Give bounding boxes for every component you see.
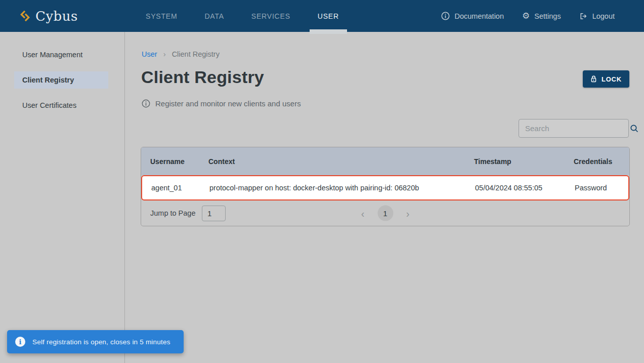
client-registry-table: Username Context Timestamp Credentials a… [141,147,630,226]
search-input[interactable] [519,124,630,133]
gear-icon: ⚙ [522,12,530,20]
page-1-button[interactable]: 1 [377,206,393,221]
self-registration-toast: i Self registration is open, closes in 5… [7,330,184,353]
tab-services[interactable]: SERVICES [243,0,298,32]
main-content: User › Client Registry Client Registry L… [125,32,644,363]
page-title: Client Registry [141,67,264,87]
column-header-username: Username [150,157,208,166]
lock-button-label: LOCK [602,75,622,83]
sidebar-item-user-management[interactable]: User Management [14,46,108,63]
table-header-row: Username Context Timestamp Credentials [141,147,629,175]
column-header-timestamp: Timestamp [474,157,574,166]
pagination: ‹ 1 › [357,206,414,221]
info-circle-icon: i [15,337,25,347]
tab-data[interactable]: DATA [196,0,232,32]
sidebar-item-user-certificates[interactable]: User Certificates [14,97,108,114]
documentation-label: Documentation [454,12,504,20]
cell-context: protocol-mapper on host: docker-desktop … [209,184,475,192]
top-navbar: Cybus SYSTEM DATA SERVICES USER Document… [0,0,644,32]
documentation-link[interactable]: Documentation [441,12,504,20]
search-icon[interactable] [630,124,639,133]
lock-icon [590,75,597,83]
search-box [519,119,629,138]
column-header-credentials: Credentials [574,157,629,166]
next-page-icon[interactable]: › [402,208,414,218]
cell-credentials: Password [575,184,628,192]
logout-button[interactable]: Logout [579,12,615,20]
table-row-agent-01[interactable]: agent_01 protocol-mapper on host: docker… [141,175,629,200]
settings-label: Settings [534,12,561,20]
nav-actions: Documentation ⚙ Settings Logout [441,0,615,32]
chevron-right-icon: › [163,50,166,58]
tab-system[interactable]: SYSTEM [138,0,185,32]
brand-name: Cybus [35,9,78,24]
breadcrumb: User › Client Registry [142,50,220,58]
lock-button[interactable]: LOCK [583,70,629,88]
logout-icon [579,12,588,20]
info-circle-icon [142,99,150,108]
cybus-logo-icon [19,9,31,23]
page-subtitle: Register and monitor new clients and use… [142,99,301,108]
primary-nav-tabs: SYSTEM DATA SERVICES USER [138,0,347,32]
sidebar: User Management Client Registry User Cer… [0,32,124,363]
sidebar-divider [124,32,125,363]
logout-label: Logout [592,12,615,20]
page-subtitle-text: Register and monitor new clients and use… [155,99,301,108]
cell-timestamp: 05/04/2024 08:55:05 [475,184,575,192]
cybus-logo[interactable]: Cybus [19,0,78,32]
previous-page-icon[interactable]: ‹ [357,208,369,218]
settings-button[interactable]: ⚙ Settings [522,12,561,20]
toast-message: Self registration is open, closes in 5 m… [32,338,170,346]
jump-to-page-input[interactable] [202,206,226,221]
cell-username: agent_01 [151,184,209,192]
breadcrumb-user-link[interactable]: User [142,50,157,58]
breadcrumb-current: Client Registry [172,50,220,58]
table-footer: Jump to Page ‹ 1 › [141,200,629,226]
column-header-context: Context [208,157,474,166]
sidebar-item-client-registry[interactable]: Client Registry [14,71,108,89]
tab-user[interactable]: USER [310,0,347,32]
jump-to-page-label: Jump to Page [150,209,195,217]
info-circle-icon [441,12,450,20]
